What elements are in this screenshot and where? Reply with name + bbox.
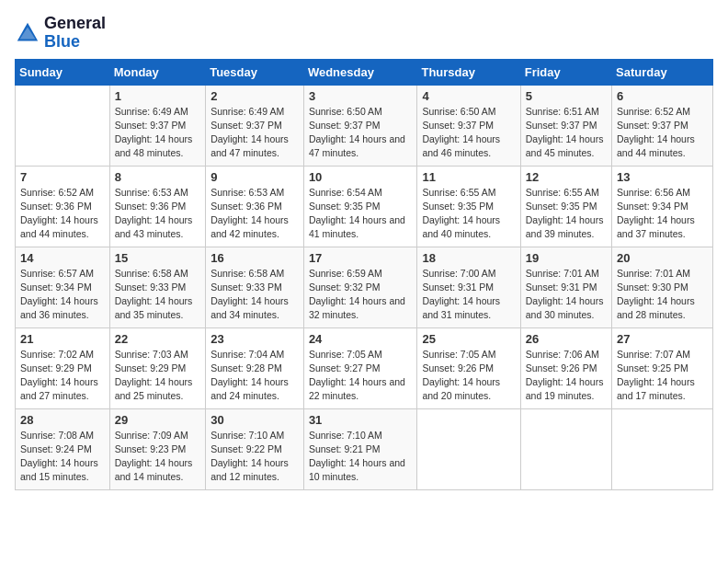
calendar-cell: 23Sunrise: 7:04 AM Sunset: 9:28 PM Dayli… <box>206 327 304 408</box>
day-number: 25 <box>422 332 515 346</box>
day-number: 1 <box>115 89 200 103</box>
day-number: 2 <box>210 89 299 103</box>
day-number: 18 <box>422 251 515 265</box>
day-number: 16 <box>210 251 299 265</box>
calendar-cell: 2Sunrise: 6:49 AM Sunset: 9:37 PM Daylig… <box>206 85 304 166</box>
day-number: 26 <box>526 332 607 346</box>
day-number: 12 <box>526 170 607 184</box>
day-number: 11 <box>422 170 515 184</box>
day-number: 5 <box>526 89 607 103</box>
day-info: Sunrise: 7:05 AM Sunset: 9:26 PM Dayligh… <box>422 348 515 404</box>
column-header-sunday: Sunday <box>16 59 110 85</box>
calendar-cell: 31Sunrise: 7:10 AM Sunset: 9:21 PM Dayli… <box>303 408 417 489</box>
day-info: Sunrise: 7:10 AM Sunset: 9:22 PM Dayligh… <box>210 429 299 485</box>
day-info: Sunrise: 7:10 AM Sunset: 9:21 PM Dayligh… <box>309 429 413 485</box>
column-header-monday: Monday <box>109 59 205 85</box>
day-info: Sunrise: 6:50 AM Sunset: 9:37 PM Dayligh… <box>422 105 515 161</box>
day-number: 30 <box>210 413 299 427</box>
page-header: General Blue <box>15 15 713 52</box>
calendar-cell: 8Sunrise: 6:53 AM Sunset: 9:36 PM Daylig… <box>109 166 205 247</box>
day-number: 3 <box>309 89 413 103</box>
day-info: Sunrise: 6:55 AM Sunset: 9:35 PM Dayligh… <box>422 186 515 242</box>
day-info: Sunrise: 6:49 AM Sunset: 9:37 PM Dayligh… <box>210 105 299 161</box>
calendar-cell: 7Sunrise: 6:52 AM Sunset: 9:36 PM Daylig… <box>16 166 110 247</box>
calendar-cell: 28Sunrise: 7:08 AM Sunset: 9:24 PM Dayli… <box>16 408 110 489</box>
column-header-friday: Friday <box>520 59 611 85</box>
day-number: 15 <box>115 251 200 265</box>
calendar-cell: 29Sunrise: 7:09 AM Sunset: 9:23 PM Dayli… <box>109 408 205 489</box>
logo: General Blue <box>15 15 106 52</box>
day-info: Sunrise: 7:02 AM Sunset: 9:29 PM Dayligh… <box>20 348 105 404</box>
day-number: 19 <box>526 251 607 265</box>
day-info: Sunrise: 6:54 AM Sunset: 9:35 PM Dayligh… <box>309 186 413 242</box>
day-info: Sunrise: 7:06 AM Sunset: 9:26 PM Dayligh… <box>526 348 607 404</box>
day-info: Sunrise: 6:49 AM Sunset: 9:37 PM Dayligh… <box>115 105 200 161</box>
day-info: Sunrise: 6:58 AM Sunset: 9:33 PM Dayligh… <box>115 267 200 323</box>
day-number: 27 <box>617 332 708 346</box>
calendar-cell: 11Sunrise: 6:55 AM Sunset: 9:35 PM Dayli… <box>417 166 520 247</box>
column-header-tuesday: Tuesday <box>206 59 304 85</box>
calendar-cell: 18Sunrise: 7:00 AM Sunset: 9:31 PM Dayli… <box>417 247 520 327</box>
calendar-cell: 30Sunrise: 7:10 AM Sunset: 9:22 PM Dayli… <box>206 408 304 489</box>
calendar-cell: 20Sunrise: 7:01 AM Sunset: 9:30 PM Dayli… <box>612 247 713 327</box>
day-number: 31 <box>309 413 413 427</box>
calendar-table: SundayMondayTuesdayWednesdayThursdayFrid… <box>15 59 713 490</box>
calendar-week-row: 21Sunrise: 7:02 AM Sunset: 9:29 PM Dayli… <box>16 327 713 408</box>
calendar-cell: 25Sunrise: 7:05 AM Sunset: 9:26 PM Dayli… <box>417 327 520 408</box>
day-info: Sunrise: 7:01 AM Sunset: 9:31 PM Dayligh… <box>526 267 607 323</box>
calendar-cell: 3Sunrise: 6:50 AM Sunset: 9:37 PM Daylig… <box>303 85 417 166</box>
calendar-week-row: 14Sunrise: 6:57 AM Sunset: 9:34 PM Dayli… <box>16 247 713 327</box>
day-number: 4 <box>422 89 515 103</box>
calendar-week-row: 1Sunrise: 6:49 AM Sunset: 9:37 PM Daylig… <box>16 85 713 166</box>
day-info: Sunrise: 6:59 AM Sunset: 9:32 PM Dayligh… <box>309 267 413 323</box>
day-info: Sunrise: 7:08 AM Sunset: 9:24 PM Dayligh… <box>20 429 105 485</box>
calendar-week-row: 7Sunrise: 6:52 AM Sunset: 9:36 PM Daylig… <box>16 166 713 247</box>
calendar-cell: 27Sunrise: 7:07 AM Sunset: 9:25 PM Dayli… <box>612 327 713 408</box>
calendar-cell: 15Sunrise: 6:58 AM Sunset: 9:33 PM Dayli… <box>109 247 205 327</box>
day-info: Sunrise: 7:07 AM Sunset: 9:25 PM Dayligh… <box>617 348 708 404</box>
day-info: Sunrise: 6:51 AM Sunset: 9:37 PM Dayligh… <box>526 105 607 161</box>
day-info: Sunrise: 6:56 AM Sunset: 9:34 PM Dayligh… <box>617 186 708 242</box>
day-info: Sunrise: 6:58 AM Sunset: 9:33 PM Dayligh… <box>210 267 299 323</box>
day-number: 10 <box>309 170 413 184</box>
day-info: Sunrise: 6:52 AM Sunset: 9:37 PM Dayligh… <box>617 105 708 161</box>
logo-text-line2: Blue <box>44 33 106 52</box>
day-info: Sunrise: 7:05 AM Sunset: 9:27 PM Dayligh… <box>309 348 413 404</box>
day-number: 24 <box>309 332 413 346</box>
day-info: Sunrise: 6:53 AM Sunset: 9:36 PM Dayligh… <box>210 186 299 242</box>
calendar-cell: 17Sunrise: 6:59 AM Sunset: 9:32 PM Dayli… <box>303 247 417 327</box>
day-number: 29 <box>115 413 200 427</box>
day-number: 9 <box>210 170 299 184</box>
column-header-wednesday: Wednesday <box>303 59 417 85</box>
calendar-cell: 24Sunrise: 7:05 AM Sunset: 9:27 PM Dayli… <box>303 327 417 408</box>
calendar-cell: 14Sunrise: 6:57 AM Sunset: 9:34 PM Dayli… <box>16 247 110 327</box>
calendar-cell: 21Sunrise: 7:02 AM Sunset: 9:29 PM Dayli… <box>16 327 110 408</box>
calendar-cell: 1Sunrise: 6:49 AM Sunset: 9:37 PM Daylig… <box>109 85 205 166</box>
logo-icon <box>15 20 40 46</box>
day-info: Sunrise: 6:50 AM Sunset: 9:37 PM Dayligh… <box>309 105 413 161</box>
day-info: Sunrise: 6:53 AM Sunset: 9:36 PM Dayligh… <box>115 186 200 242</box>
day-info: Sunrise: 7:01 AM Sunset: 9:30 PM Dayligh… <box>617 267 708 323</box>
day-number: 7 <box>20 170 105 184</box>
calendar-cell: 12Sunrise: 6:55 AM Sunset: 9:35 PM Dayli… <box>520 166 611 247</box>
day-number: 13 <box>617 170 708 184</box>
day-number: 14 <box>20 251 105 265</box>
column-header-thursday: Thursday <box>417 59 520 85</box>
calendar-week-row: 28Sunrise: 7:08 AM Sunset: 9:24 PM Dayli… <box>16 408 713 489</box>
day-info: Sunrise: 7:09 AM Sunset: 9:23 PM Dayligh… <box>115 429 200 485</box>
day-info: Sunrise: 7:04 AM Sunset: 9:28 PM Dayligh… <box>210 348 299 404</box>
calendar-cell: 5Sunrise: 6:51 AM Sunset: 9:37 PM Daylig… <box>520 85 611 166</box>
calendar-cell: 16Sunrise: 6:58 AM Sunset: 9:33 PM Dayli… <box>206 247 304 327</box>
calendar-cell: 22Sunrise: 7:03 AM Sunset: 9:29 PM Dayli… <box>109 327 205 408</box>
day-info: Sunrise: 7:03 AM Sunset: 9:29 PM Dayligh… <box>115 348 200 404</box>
calendar-cell: 4Sunrise: 6:50 AM Sunset: 9:37 PM Daylig… <box>417 85 520 166</box>
calendar-cell <box>612 408 713 489</box>
calendar-cell: 6Sunrise: 6:52 AM Sunset: 9:37 PM Daylig… <box>612 85 713 166</box>
day-number: 22 <box>115 332 200 346</box>
day-number: 17 <box>309 251 413 265</box>
calendar-cell: 13Sunrise: 6:56 AM Sunset: 9:34 PM Dayli… <box>612 166 713 247</box>
day-info: Sunrise: 7:00 AM Sunset: 9:31 PM Dayligh… <box>422 267 515 323</box>
day-info: Sunrise: 6:57 AM Sunset: 9:34 PM Dayligh… <box>20 267 105 323</box>
day-number: 8 <box>115 170 200 184</box>
day-number: 28 <box>20 413 105 427</box>
